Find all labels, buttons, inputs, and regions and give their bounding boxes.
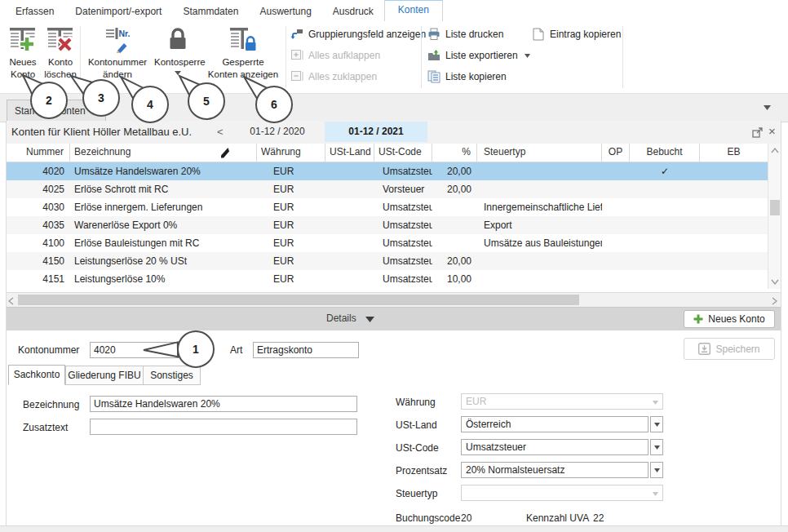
ribbon-tab-erfassen[interactable]: Erfassen bbox=[5, 2, 64, 21]
col-header-eb[interactable]: EB bbox=[700, 144, 768, 162]
table-vertical-scrollbar[interactable] bbox=[768, 144, 781, 289]
cell-prozent: 20,00 bbox=[432, 180, 477, 198]
prozentsatz-combo[interactable]: 20% Normalsteuersatz bbox=[461, 462, 649, 478]
liste-exportieren-item[interactable]: Liste exportieren bbox=[427, 48, 530, 63]
cell-eb bbox=[700, 198, 768, 216]
col-header-bezeichnung[interactable]: Bezeichnung bbox=[70, 144, 257, 162]
col-header-prozent[interactable]: % bbox=[432, 144, 477, 162]
document-tab-strip: Stamm - Konten × bbox=[0, 93, 788, 122]
ribbon-tab-konten[interactable]: Konten bbox=[384, 0, 443, 22]
liste-kopieren-item[interactable]: Liste kopieren bbox=[427, 69, 507, 84]
details-splitter-bar[interactable]: Details Neues Konto bbox=[7, 307, 781, 330]
eintrag-kopieren-item[interactable]: Eintrag kopieren bbox=[532, 27, 621, 42]
tab-close-icon[interactable]: × bbox=[92, 106, 99, 117]
ust-land-dropdown-button[interactable] bbox=[650, 416, 663, 432]
ribbon-tab-stammdaten[interactable]: Stammdaten bbox=[172, 2, 249, 21]
waehrung-combo[interactable]: EUR bbox=[461, 393, 663, 410]
konto-loeschen-label2: löschen bbox=[42, 69, 79, 81]
details-collapse-icon[interactable] bbox=[365, 317, 374, 322]
ribbon-tab-ausdruck[interactable]: Ausdruck bbox=[322, 2, 384, 21]
cell-prozent: 10,00 bbox=[432, 270, 477, 288]
kontonummer-aendern-label1: Kontonummer bbox=[82, 56, 153, 69]
cell-ust-land bbox=[325, 234, 374, 252]
cell-ust-code: Umsatzsteuer bbox=[374, 252, 432, 270]
table-row-4100[interactable]: 4100 Erlöse Bauleistungen mit RC EUR Ums… bbox=[7, 234, 768, 252]
art-input[interactable] bbox=[253, 342, 359, 358]
cell-bezeichnung: Erlöse Schrott mit RC bbox=[70, 180, 257, 198]
table-row-4025[interactable]: 4025 Erlöse Schrott mit RC EUR Vorsteuer… bbox=[7, 180, 768, 198]
prozentsatz-label: Prozentsatz bbox=[396, 463, 447, 478]
alles-aufklappen-item[interactable]: Alles aufklappen bbox=[290, 48, 380, 63]
svg-text:Nr.: Nr. bbox=[119, 29, 131, 38]
neues-konto-button[interactable]: Neues Konto bbox=[5, 23, 41, 91]
table-row-4150[interactable]: 4150 Leistungserlöse 20 % USt EUR Umsatz… bbox=[7, 252, 768, 270]
scroll-down-icon[interactable] bbox=[771, 279, 779, 285]
steuertyp-combo[interactable] bbox=[461, 485, 663, 501]
cell-bezeichnung: Erlöse innergem. Lieferungen bbox=[70, 198, 257, 216]
cell-waehrung: EUR bbox=[257, 198, 325, 216]
eintrag-kopieren-label: Eintrag kopieren bbox=[550, 29, 621, 40]
ust-code-combo[interactable]: Umsatzsteuer bbox=[461, 439, 649, 455]
alles-zuklappen-item[interactable]: Alles zuklappen bbox=[290, 69, 377, 84]
scroll-right-icon[interactable] bbox=[772, 297, 777, 305]
scroll-thumb[interactable] bbox=[18, 295, 579, 305]
tab-sachkonto[interactable]: Sachkonto bbox=[8, 365, 65, 385]
view-title: Konten für Klient Höller Metallbau e.U. bbox=[11, 121, 192, 143]
popout-icon[interactable] bbox=[752, 126, 764, 138]
tab-stamm-konten[interactable]: Stamm - Konten × bbox=[7, 100, 106, 122]
neues-konto-detail-button[interactable]: Neues Konto bbox=[684, 310, 775, 328]
scroll-left-icon[interactable] bbox=[8, 297, 14, 305]
col-header-ust-code[interactable]: USt-Code bbox=[374, 144, 432, 162]
cell-prozent: 20,00 bbox=[432, 252, 477, 270]
ust-land-combo[interactable]: Österreich bbox=[461, 416, 649, 432]
bezeichnung-input[interactable] bbox=[90, 396, 357, 412]
speichern-button[interactable]: Speichern bbox=[684, 338, 775, 360]
gruppierungsfeld-label: Gruppierungsfeld anzeigen bbox=[308, 29, 426, 40]
col-header-op[interactable]: OP bbox=[602, 144, 630, 162]
ribbon-tab-auswertung[interactable]: Auswertung bbox=[249, 2, 321, 21]
liste-drucken-item[interactable]: Liste drucken bbox=[427, 27, 503, 42]
col-header-waehrung[interactable]: Währung bbox=[257, 144, 325, 162]
table-row-4151[interactable]: 4151 Leistungserlöse 10% EUR Umsatzsteue… bbox=[7, 270, 768, 288]
col-header-steuertyp[interactable]: Steuertyp bbox=[477, 144, 602, 162]
bezeichnung-label: Bezeichnung bbox=[23, 397, 79, 412]
divider bbox=[421, 26, 422, 88]
period-2021-tab[interactable]: 01-12 / 2021 bbox=[325, 122, 427, 142]
tab-sonstiges[interactable]: Sonstiges bbox=[143, 366, 201, 385]
col-header-ust-land[interactable]: USt-Land bbox=[325, 144, 374, 162]
period-prev-arrow[interactable]: < bbox=[217, 121, 224, 143]
chevron-down-icon bbox=[525, 54, 530, 58]
kontonummer-aendern-button[interactable]: Nr. Kontonummer ändern bbox=[82, 23, 153, 91]
chevron-down-icon bbox=[175, 71, 181, 75]
gesperrte-konten-button[interactable]: Gesperrte Konten anzeigen bbox=[203, 23, 283, 91]
period-2020-tab[interactable]: 01-12 / 2020 bbox=[245, 121, 310, 143]
ust-land-label: USt-Land bbox=[396, 418, 437, 432]
table-row-4035[interactable]: 4035 Warenerlöse Export 0% EUR Umsatzste… bbox=[7, 216, 768, 234]
tab-gliederung-fibu[interactable]: Gliederung FIBU bbox=[65, 366, 144, 385]
col-header-nummer[interactable]: Nummer bbox=[7, 144, 70, 162]
scroll-up-icon[interactable] bbox=[771, 148, 779, 153]
ust-code-value: Umsatzsteuer bbox=[466, 441, 526, 453]
zusatztext-input[interactable] bbox=[90, 419, 357, 435]
alles-aufklappen-label: Alles aufklappen bbox=[308, 50, 380, 61]
col-header-bebucht[interactable]: Bebucht bbox=[630, 144, 700, 162]
divider bbox=[622, 26, 623, 88]
kontosperre-button[interactable]: Kontosperre bbox=[154, 23, 201, 91]
table-row-4030[interactable]: 4030 Erlöse innergem. Lieferungen EUR Um… bbox=[7, 198, 768, 216]
tab-list-chevron-icon[interactable] bbox=[764, 105, 771, 110]
view-close-icon[interactable]: × bbox=[768, 121, 776, 142]
cell-nummer: 4020 bbox=[7, 162, 70, 180]
ust-code-dropdown-button[interactable] bbox=[650, 439, 663, 455]
scroll-thumb[interactable] bbox=[770, 200, 780, 215]
table-horizontal-scrollbar[interactable] bbox=[7, 292, 781, 307]
ribbon-tab-datenimport[interactable]: Datenimport/-export bbox=[64, 2, 172, 21]
waehrung-value: EUR bbox=[466, 396, 486, 407]
ust-code-label: USt-Code bbox=[396, 441, 439, 455]
table-row-4020[interactable]: 4020 Umsätze Handelswaren 20% EUR Umsatz… bbox=[7, 162, 768, 180]
chevron-down-icon bbox=[654, 468, 660, 472]
kontonummer-input[interactable] bbox=[90, 342, 196, 358]
konto-loeschen-button[interactable]: Konto löschen bbox=[42, 23, 79, 91]
cell-prozent bbox=[432, 216, 477, 234]
gruppierungsfeld-item[interactable]: Gruppierungsfeld anzeigen bbox=[290, 27, 426, 42]
prozentsatz-dropdown-button[interactable] bbox=[650, 462, 663, 478]
